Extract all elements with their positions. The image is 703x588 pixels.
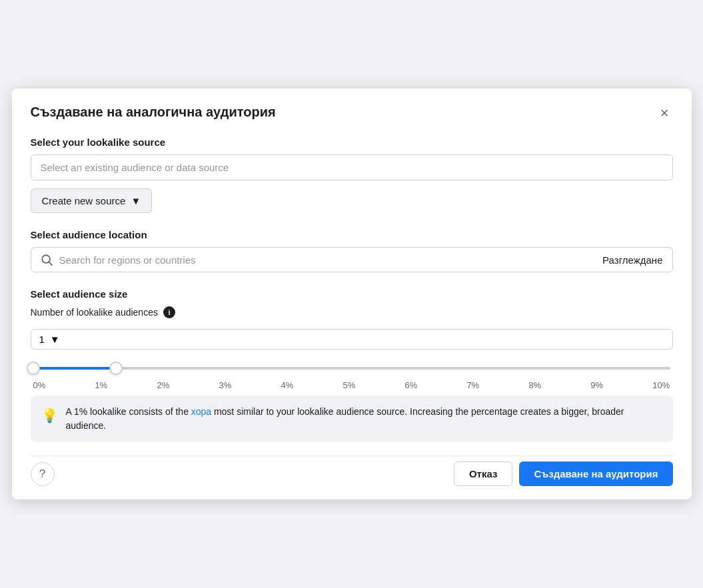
- num-audiences-label: Number of lookalike audiences: [31, 307, 158, 318]
- slider-label-1: 1%: [95, 380, 107, 390]
- create-new-source-button[interactable]: Create new source ▼: [31, 188, 153, 213]
- location-section-label: Select audience location: [31, 229, 673, 240]
- modal-title: Създаване на аналогична аудитория: [31, 105, 276, 120]
- slider-track: [33, 362, 670, 375]
- info-text-link[interactable]: хора: [191, 406, 211, 417]
- modal-footer: ? Отказ Създаване на аудитория: [31, 455, 673, 486]
- audience-size-section: Select audience size Number of lookalike…: [31, 288, 673, 350]
- slider-thumb-right[interactable]: [109, 362, 123, 375]
- browse-button[interactable]: Разглеждане: [602, 254, 662, 266]
- create-audience-button[interactable]: Създаване на аудитория: [519, 461, 672, 486]
- svg-line-1: [49, 262, 52, 266]
- audience-size-slider[interactable]: 0% 1% 2% 3% 4% 5% 6% 7% 8% 9% 10%: [31, 362, 673, 390]
- slider-track-fill: [33, 367, 116, 370]
- num-audiences-select[interactable]: 1 ▼: [31, 329, 673, 350]
- lookalike-audience-modal: Създаване на аналогична аудитория × Sele…: [12, 89, 692, 499]
- num-audiences-row: Number of lookalike audiences i: [31, 306, 673, 318]
- slider-labels: 0% 1% 2% 3% 4% 5% 6% 7% 8% 9% 10%: [33, 380, 670, 390]
- source-input[interactable]: [31, 154, 673, 180]
- bulb-icon: 💡: [41, 406, 58, 426]
- source-section-label: Select your lookalike source: [31, 137, 673, 148]
- slider-label-4: 4%: [281, 380, 293, 390]
- slider-track-bg: [33, 367, 670, 370]
- footer-actions: Отказ Създаване на аудитория: [454, 461, 673, 486]
- info-text-before: A 1% lookalike consists of the: [66, 406, 191, 417]
- slider-label-5: 5%: [343, 380, 355, 390]
- audience-size-label: Select audience size: [31, 288, 673, 300]
- slider-label-6: 6%: [404, 380, 417, 390]
- modal-header: Създаване на аналогична аудитория ×: [31, 105, 673, 122]
- location-search-input[interactable]: [59, 254, 603, 266]
- slider-thumb-left[interactable]: [27, 362, 40, 375]
- slider-label-2: 2%: [157, 380, 169, 390]
- search-icon: [41, 254, 53, 266]
- slider-label-8: 8%: [528, 380, 541, 390]
- info-box: 💡 A 1% lookalike consists of the хора mo…: [31, 396, 673, 442]
- close-button[interactable]: ×: [656, 105, 673, 122]
- browse-label: Разглеждане: [602, 254, 662, 266]
- cancel-button[interactable]: Отказ: [454, 461, 513, 486]
- create-new-source-label: Create new source: [42, 195, 126, 206]
- location-section: Select audience location Разглеждане: [31, 229, 673, 272]
- slider-label-10: 10%: [652, 380, 670, 390]
- slider-label-3: 3%: [219, 380, 231, 390]
- slider-label-0: 0%: [33, 380, 46, 390]
- location-search-wrap: Разглеждане: [31, 247, 673, 272]
- slider-label-9: 9%: [590, 380, 603, 390]
- help-icon: ?: [39, 467, 45, 481]
- info-icon[interactable]: i: [163, 306, 175, 318]
- help-button[interactable]: ?: [31, 462, 55, 486]
- num-audiences-dropdown-icon: ▼: [50, 334, 60, 345]
- info-box-text: A 1% lookalike consists of the хора most…: [66, 405, 662, 433]
- slider-label-7: 7%: [466, 380, 479, 390]
- dropdown-arrow-icon: ▼: [131, 195, 141, 206]
- num-audiences-value: 1: [39, 334, 45, 345]
